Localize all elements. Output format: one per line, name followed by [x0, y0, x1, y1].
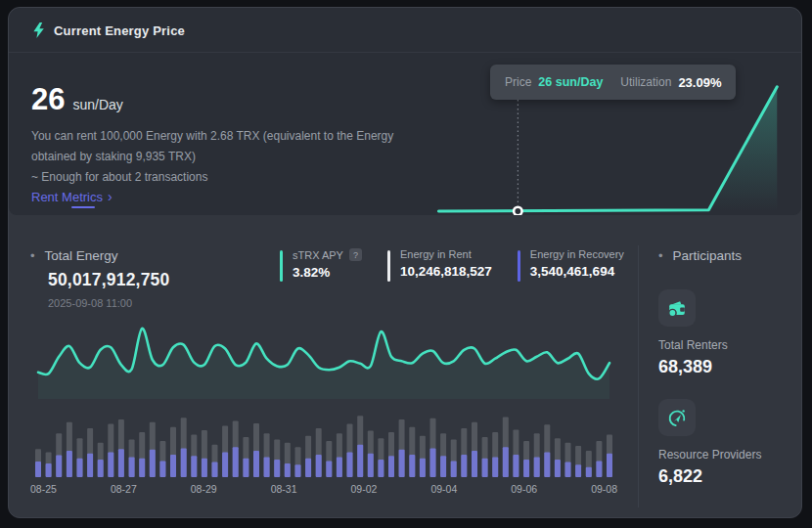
current-price: 26 sun/Day: [31, 82, 123, 117]
lightning-icon: [32, 22, 45, 38]
chart-tooltip: Price 26 sun/Day Utilization 23.09%: [490, 65, 736, 100]
x-axis-label: 09-04: [430, 483, 457, 495]
stats-row: sTRX APY ? 3.82% Energy in Rent 10,246,8…: [280, 248, 624, 282]
stat-energy-in-rent: Energy in Rent 10,246,818,527: [387, 248, 492, 282]
rent-description: You can rent 100,000 Energy with 2.68 TR…: [31, 126, 393, 188]
energy-in-rent-value: 10,246,818,527: [400, 264, 492, 279]
participants-title: Participants: [658, 248, 742, 263]
desc-line-3: ~ Enough for about 2 transactions: [31, 167, 393, 188]
desc-line-1: You can rent 100,000 Energy with 2.68 TR…: [31, 126, 393, 147]
header-divider: [9, 52, 801, 53]
x-axis-label: 08-27: [111, 483, 137, 495]
energy-in-rent-label: Energy in Rent: [400, 248, 472, 260]
desc-line-2: obtained by staking 9,935 TRX): [31, 147, 393, 167]
x-axis-label: 08-25: [30, 483, 57, 495]
total-energy-title: Total Energy: [30, 248, 118, 263]
stat-accent-bar: [387, 250, 390, 282]
stat-energy-in-recovery: Energy in Recovery 3,540,461,694: [518, 248, 624, 282]
stat-accent-bar: [518, 250, 520, 282]
total-renters-label: Total Renters: [658, 338, 728, 352]
total-energy-chart[interactable]: [30, 323, 617, 479]
compass-icon: [666, 407, 688, 428]
dashboard-panel: Current Energy Price 26 sun/Day You can …: [8, 7, 802, 518]
strx-apy-label: sTRX APY: [293, 249, 343, 261]
resource-providers-icon-card: [658, 399, 696, 436]
tooltip-price-label: Price: [505, 75, 531, 89]
x-axis-label: 09-02: [351, 483, 378, 495]
chevron-right-icon: ›: [108, 191, 113, 203]
price-unit: sun/Day: [72, 97, 122, 112]
stat-accent-bar: [280, 250, 283, 282]
energy-in-recovery-value: 3,540,461,694: [530, 264, 624, 279]
resource-providers-value: 6,822: [658, 466, 702, 487]
link-underline: [71, 206, 95, 208]
x-axis-label: 09-08: [591, 483, 617, 495]
rent-metrics-label: Rent Metrics: [31, 190, 103, 204]
strx-apy-value: 3.82%: [293, 265, 362, 280]
x-axis-label: 08-31: [271, 483, 297, 495]
total-energy-section: Total Energy 50,017,912,750 2025-09-08 1…: [9, 221, 801, 517]
card-header: Current Energy Price: [32, 22, 185, 38]
total-energy-value: 50,017,912,750: [48, 270, 169, 290]
total-energy-timestamp: 2025-09-08 11:00: [48, 297, 132, 309]
tooltip-utilization-label: Utilization: [620, 75, 671, 89]
tooltip-price-value: 26 sun/Day: [538, 75, 603, 89]
tooltip-utilization-value: 23.09%: [678, 75, 721, 90]
total-renters-icon-card: [658, 289, 696, 327]
stat-strx-apy: sTRX APY ? 3.82%: [280, 248, 362, 282]
wallet-icon: [666, 297, 688, 319]
rent-metrics-link[interactable]: Rent Metrics ›: [31, 190, 113, 204]
price-value: 26: [31, 82, 65, 117]
x-axis-label: 08-29: [191, 483, 217, 495]
energy-in-recovery-label: Energy in Recovery: [530, 248, 624, 260]
help-icon[interactable]: ?: [349, 248, 362, 261]
x-axis-labels: 08-2508-2708-2908-3109-0209-0409-0609-08: [30, 483, 617, 495]
x-axis-label: 09-06: [511, 483, 537, 495]
card-title: Current Energy Price: [54, 23, 185, 38]
section-divider: [638, 245, 639, 507]
resource-providers-label: Resource Providers: [658, 448, 761, 462]
total-renters-value: 68,389: [658, 357, 712, 377]
current-energy-price-card: Current Energy Price 26 sun/Day You can …: [9, 8, 801, 215]
